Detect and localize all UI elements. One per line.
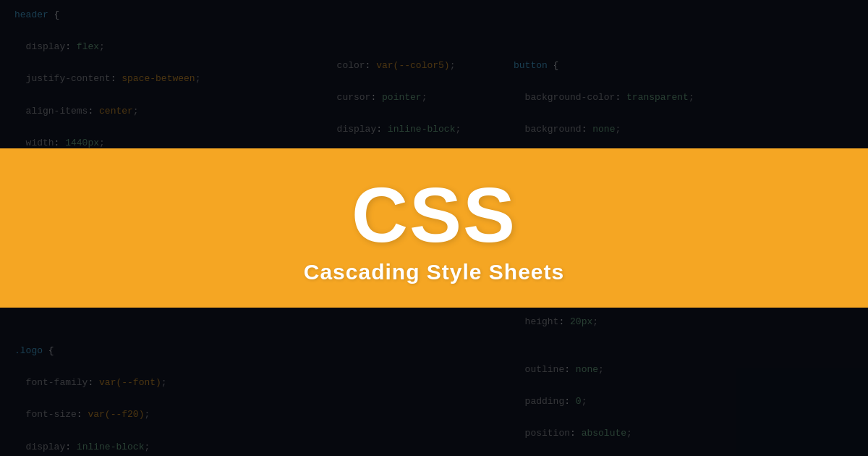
banner-title: CSS [352,176,516,254]
banner-subtitle: Cascading Style Sheets [304,260,564,284]
banner: CSS Cascading Style Sheets [0,148,868,308]
